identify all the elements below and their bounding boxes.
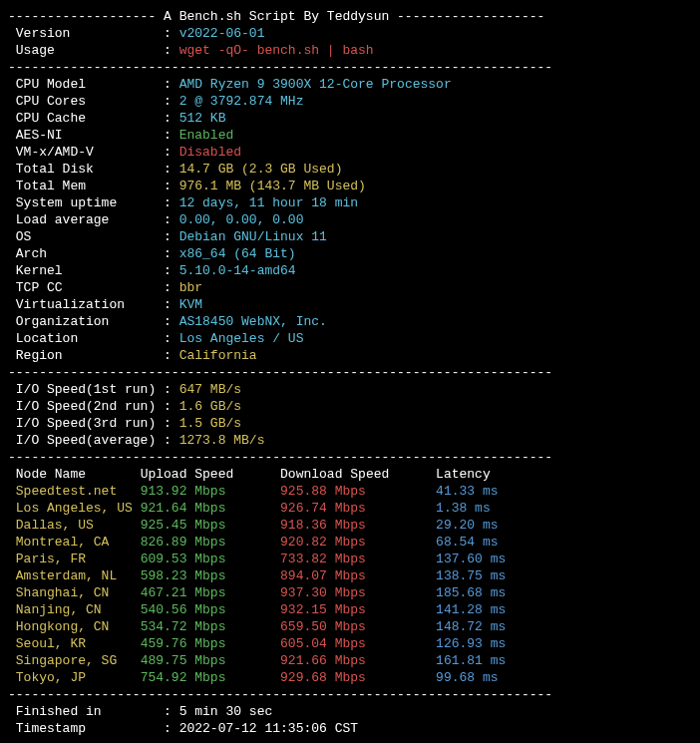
- sys-label: Total Disk :: [8, 162, 179, 177]
- io-value: 1.5 GB/s: [179, 416, 241, 431]
- sys-label: OS :: [8, 229, 179, 244]
- sys-label: Kernel :: [8, 263, 179, 278]
- io-row: I/O Speed(1st run) : 647 MB/s: [8, 382, 241, 397]
- sys-value: 0.00, 0.00, 0.00: [179, 212, 304, 227]
- download-speed: 894.07 Mbps: [280, 568, 436, 583]
- timestamp-label: Timestamp :: [8, 721, 179, 736]
- node-name: Hongkong, CN: [8, 619, 141, 634]
- sys-label: CPU Model :: [8, 77, 179, 92]
- latency: 68.54 ms: [436, 535, 498, 550]
- upload-speed: 921.64 Mbps: [141, 501, 280, 516]
- speedtest-row: Speedtest.net 913.92 Mbps 925.88 Mbps 41…: [8, 484, 499, 499]
- speedtest-row: Montreal, CA 826.89 Mbps 920.82 Mbps 68.…: [8, 535, 499, 550]
- speedtest-row: Hongkong, CN 534.72 Mbps 659.50 Mbps 148…: [8, 619, 506, 634]
- speedtest-row: Singapore, SG 489.75 Mbps 921.66 Mbps 16…: [8, 653, 506, 668]
- divider: ----------------------------------------…: [8, 687, 552, 702]
- node-name: Amsterdam, NL: [8, 568, 141, 583]
- upload-speed: 609.53 Mbps: [141, 552, 280, 566]
- col-latency: Latency: [436, 467, 491, 482]
- latency: 185.68 ms: [436, 585, 506, 600]
- speedtest-row: Amsterdam, NL 598.23 Mbps 894.07 Mbps 13…: [8, 568, 506, 583]
- node-name: Nanjing, CN: [8, 602, 141, 617]
- sys-value: Debian GNU/Linux 11: [179, 229, 327, 244]
- io-row: I/O Speed(2nd run) : 1.6 GB/s: [8, 399, 241, 414]
- io-label: I/O Speed(2nd run) :: [8, 399, 179, 414]
- sys-row: Arch : x86_64 (64 Bit): [8, 246, 296, 261]
- speedtest-row: Shanghai, CN 467.21 Mbps 937.30 Mbps 185…: [8, 585, 506, 600]
- finished-label: Finished in :: [8, 704, 179, 719]
- sys-row: Region : California: [8, 348, 257, 363]
- sys-value: 2 @ 3792.874 MHz: [179, 94, 304, 109]
- io-row: I/O Speed(average) : 1273.8 MB/s: [8, 433, 264, 448]
- sys-row: Location : Los Angeles / US: [8, 331, 303, 346]
- sys-row: OS : Debian GNU/Linux 11: [8, 229, 327, 244]
- speedtest-row: Nanjing, CN 540.56 Mbps 932.15 Mbps 141.…: [8, 602, 506, 617]
- sys-value: AS18450 WebNX, Inc.: [179, 314, 327, 329]
- download-speed: 926.74 Mbps: [280, 501, 436, 516]
- sys-row: CPU Cores : 2 @ 3792.874 MHz: [8, 94, 303, 109]
- sys-label: Arch :: [8, 246, 179, 261]
- col-node: Node Name: [8, 467, 141, 482]
- upload-speed: 489.75 Mbps: [141, 653, 280, 668]
- finished-row: Finished in : 5 min 30 sec: [8, 704, 272, 719]
- speedtest-row: Tokyo, JP 754.92 Mbps 929.68 Mbps 99.68 …: [8, 670, 499, 685]
- sys-value: California: [179, 348, 257, 363]
- node-name: Montreal, CA: [8, 535, 141, 550]
- download-speed: 929.68 Mbps: [280, 670, 436, 685]
- upload-speed: 754.92 Mbps: [141, 670, 280, 685]
- latency: 137.60 ms: [436, 552, 506, 566]
- speedtest-row: Los Angeles, US 921.64 Mbps 926.74 Mbps …: [8, 501, 491, 516]
- download-speed: 921.66 Mbps: [280, 653, 436, 668]
- sys-row: Organization : AS18450 WebNX, Inc.: [8, 314, 327, 329]
- node-name: Los Angeles, US: [8, 501, 141, 516]
- upload-speed: 598.23 Mbps: [141, 568, 280, 583]
- upload-speed: 913.92 Mbps: [141, 484, 280, 499]
- sys-row: Total Mem : 976.1 MB (143.7 MB Used): [8, 179, 366, 193]
- io-row: I/O Speed(3rd run) : 1.5 GB/s: [8, 416, 241, 431]
- latency: 141.28 ms: [436, 602, 506, 617]
- sys-label: Load average :: [8, 212, 179, 227]
- speedtest-row: Paris, FR 609.53 Mbps 733.82 Mbps 137.60…: [8, 552, 506, 566]
- upload-speed: 925.45 Mbps: [141, 518, 280, 533]
- upload-speed: 826.89 Mbps: [141, 535, 280, 550]
- io-label: I/O Speed(3rd run) :: [8, 416, 179, 431]
- finished-value: 5 min 30 sec: [179, 704, 273, 719]
- io-value: 647 MB/s: [179, 382, 241, 397]
- node-name: Dallas, US: [8, 518, 141, 533]
- sys-label: TCP CC :: [8, 280, 179, 295]
- sys-row: Load average : 0.00, 0.00, 0.00: [8, 212, 303, 227]
- sys-value: 976.1 MB (143.7 MB Used): [179, 179, 366, 193]
- sys-label: Organization :: [8, 314, 179, 329]
- timestamp-row: Timestamp : 2022-07-12 11:35:06 CST: [8, 721, 358, 736]
- divider: ----------------------------------------…: [8, 60, 552, 75]
- sys-value: bbr: [179, 280, 202, 295]
- upload-speed: 467.21 Mbps: [141, 585, 280, 600]
- node-name: Paris, FR: [8, 552, 141, 566]
- io-value: 1273.8 MB/s: [179, 433, 265, 448]
- sys-row: CPU Cache : 512 KB: [8, 111, 225, 126]
- latency: 1.38 ms: [436, 501, 491, 516]
- sys-label: AES-NI :: [8, 128, 179, 143]
- timestamp-value: 2022-07-12 11:35:06 CST: [179, 721, 358, 736]
- divider: ----------------------------------------…: [8, 365, 552, 380]
- node-name: Speedtest.net: [8, 484, 141, 499]
- version-value: v2022-06-01: [179, 26, 265, 41]
- usage-value: wget -qO- bench.sh | bash: [179, 43, 374, 58]
- download-speed: 733.82 Mbps: [280, 552, 436, 566]
- sys-value: Los Angeles / US: [179, 331, 304, 346]
- sys-row: System uptime : 12 days, 11 hour 18 min: [8, 195, 358, 210]
- sys-value: 5.10.0-14-amd64: [179, 263, 296, 278]
- download-speed: 937.30 Mbps: [280, 585, 436, 600]
- latency: 126.93 ms: [436, 636, 506, 651]
- sys-row: Virtualization : KVM: [8, 297, 202, 312]
- speedtest-header: Node Name Upload Speed Download Speed La…: [8, 467, 491, 482]
- latency: 138.75 ms: [436, 568, 506, 583]
- sys-label: Region :: [8, 348, 179, 363]
- sys-value: Disabled: [179, 145, 241, 160]
- upload-speed: 540.56 Mbps: [141, 602, 280, 617]
- io-label: I/O Speed(average) :: [8, 433, 179, 448]
- version-label: Version :: [8, 26, 179, 41]
- node-name: Seoul, KR: [8, 636, 141, 651]
- version-row: Version : v2022-06-01: [8, 26, 264, 41]
- sys-row: CPU Model : AMD Ryzen 9 3900X 12-Core Pr…: [8, 77, 452, 92]
